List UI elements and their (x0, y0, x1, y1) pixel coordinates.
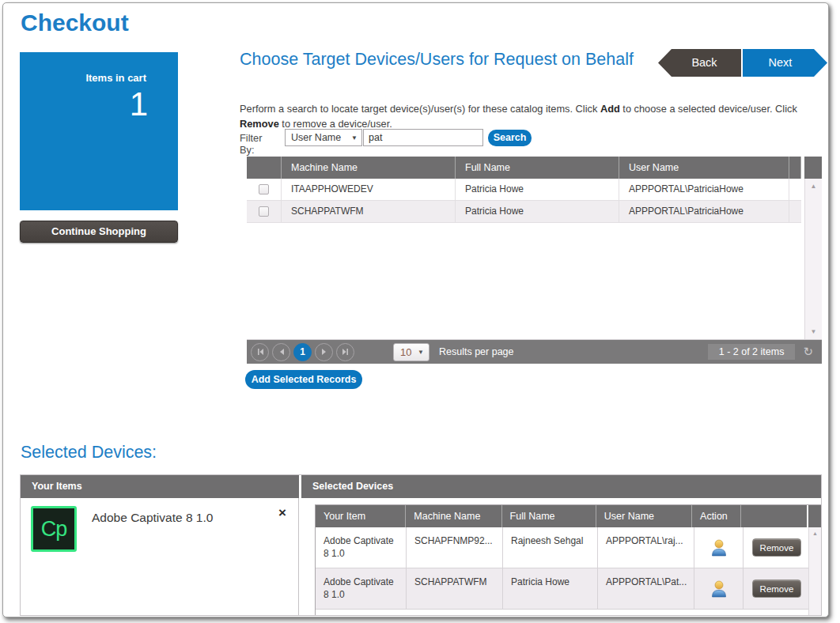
grid-body: ITAAPPHOWEDEV Patricia Howe APPPORTAL\Pa… (247, 179, 822, 340)
cart-count: 1 (130, 85, 148, 123)
chevron-down-icon: ▼ (351, 134, 358, 142)
selected-devices-panel: Your Items Selected Devices Cp Adobe Cap… (20, 474, 822, 616)
user-icon (711, 539, 727, 557)
add-selected-records-button[interactable]: Add Selected Records (245, 370, 362, 389)
last-page-button[interactable] (336, 343, 354, 361)
selected-grid-scrollbar[interactable]: ▲ (808, 527, 821, 616)
cell-machine-name: SCHAPPATWFM (282, 201, 456, 222)
header-your-item[interactable]: Your Item (316, 505, 406, 527)
instructions-part1: Perform a search to locate target device… (240, 103, 600, 115)
header-machine-name[interactable]: Machine Name (406, 505, 501, 527)
refresh-icon[interactable]: ↻ (803, 345, 813, 359)
continue-shopping-button[interactable]: Continue Shopping (20, 221, 178, 243)
close-icon[interactable]: × (278, 506, 286, 519)
current-page-button[interactable]: 1 (293, 343, 312, 361)
cell-full-name: Patricia Howe (456, 179, 619, 200)
selected-devices-grid: Your Item Machine Name Full Name User Na… (315, 504, 822, 616)
selected-grid-header: Your Item Machine Name Full Name User Na… (316, 505, 821, 527)
selected-devices-heading: Selected Devices: (21, 443, 157, 463)
filter-field-value: User Name (291, 132, 341, 143)
cell-full-name: Rajneesh Sehgal (503, 527, 598, 568)
header-user-name[interactable]: User Name (596, 505, 692, 527)
header-scrollbar-cap (808, 505, 821, 527)
previous-page-button[interactable] (272, 343, 290, 361)
cell-user-name: APPPORTAL\raj... (598, 527, 694, 568)
grid-pager: 1 10 ▼ Results per page 1 - 2 of 2 items… (247, 340, 822, 364)
header-remove-column (741, 505, 807, 527)
scroll-up-icon[interactable]: ▲ (805, 183, 822, 190)
header-scrollbar-cap (804, 157, 822, 179)
cart-item-name: Adobe Captivate 8 1.0 (92, 511, 213, 525)
grid-scrollbar[interactable]: ▲ ▼ (804, 179, 822, 339)
cell-machine-name: SCHAPFNMP92... (407, 527, 503, 568)
instructions-bold-remove: Remove (240, 118, 279, 130)
instructions-part2: to choose a selected device/user. Click (620, 103, 797, 115)
device-search-grid: Machine Name Full Name User Name ITAAPPH… (247, 157, 822, 364)
row-checkbox[interactable] (259, 206, 269, 217)
header-full-name[interactable]: Full Name (456, 157, 619, 179)
header-spacer-column (789, 157, 801, 179)
back-button[interactable]: Back (658, 49, 741, 77)
cart-summary-box: Items in cart 1 (20, 52, 178, 210)
cart-label: Items in cart (85, 72, 146, 84)
grid-header: Machine Name Full Name User Name (247, 157, 822, 179)
header-full-name[interactable]: Full Name (502, 505, 596, 527)
section-heading: Choose Target Devices/Users for Request … (240, 49, 683, 70)
cell-full-name: Patricia Howe (503, 568, 598, 609)
next-button[interactable]: Next (743, 49, 827, 77)
selected-grid-body: Adobe Captivate 8 1.0 SCHAPFNMP92... Raj… (316, 527, 821, 616)
scroll-down-icon[interactable]: ▼ (805, 328, 822, 335)
results-per-page-label: Results per page (439, 346, 514, 357)
table-row[interactable]: ITAAPPHOWEDEV Patricia Howe APPPORTAL\Pa… (247, 179, 801, 201)
filter-field-select[interactable]: User Name ▼ (285, 129, 362, 146)
header-checkbox-column (247, 157, 282, 179)
user-icon (711, 580, 727, 598)
remove-button[interactable]: Remove (752, 580, 801, 598)
page-size-select[interactable]: 10 ▼ (393, 343, 429, 361)
filter-by-label: Filter By: (240, 132, 262, 156)
search-button[interactable]: Search (488, 130, 532, 146)
chevron-down-icon: ▼ (418, 349, 424, 356)
cell-machine-name: SCHAPPATWFM (407, 568, 503, 609)
first-page-button[interactable] (251, 343, 269, 361)
cell-full-name: Patricia Howe (456, 201, 619, 222)
page-title: Checkout (21, 9, 129, 36)
cell-your-item: Adobe Captivate 8 1.0 (316, 527, 407, 568)
cell-user-name: APPPORTAL\PatriciaHowe (619, 179, 789, 200)
page-size-value: 10 (400, 346, 411, 358)
remove-button[interactable]: Remove (752, 538, 801, 557)
table-row: Adobe Captivate 8 1.0 SCHAPFNMP92... Raj… (316, 527, 810, 568)
selected-devices-header: Selected Devices (301, 475, 821, 498)
items-range-label: 1 - 2 of 2 items (708, 344, 796, 360)
header-user-name[interactable]: User Name (619, 157, 789, 179)
cell-your-item: Adobe Captivate 8 1.0 (316, 568, 407, 609)
row-checkbox[interactable] (259, 184, 269, 194)
scroll-up-icon[interactable]: ▲ (809, 530, 821, 536)
search-input[interactable] (363, 129, 483, 146)
table-row: Adobe Captivate 8 1.0 SCHAPPATWFM Patric… (316, 568, 810, 610)
cell-user-name: APPPORTAL\PatriciaHowe (619, 201, 789, 222)
instructions-part3: to remove a device/user. (279, 118, 392, 130)
instructions-text: Perform a search to locate target device… (240, 101, 823, 131)
your-items-panel: Cp Adobe Captivate 8 1.0 × (21, 498, 299, 615)
cell-machine-name: ITAAPPHOWEDEV (282, 179, 456, 200)
cell-user-name: APPPORTAL\Pat... (598, 568, 694, 609)
header-machine-name[interactable]: Machine Name (282, 157, 456, 179)
your-items-header: Your Items (21, 475, 299, 498)
header-action[interactable]: Action (692, 505, 741, 527)
instructions-bold-add: Add (600, 103, 620, 115)
next-page-button[interactable] (315, 343, 333, 361)
captivate-app-icon: Cp (31, 506, 77, 552)
table-row[interactable]: SCHAPPATWFM Patricia Howe APPPORTAL\Patr… (247, 201, 801, 223)
